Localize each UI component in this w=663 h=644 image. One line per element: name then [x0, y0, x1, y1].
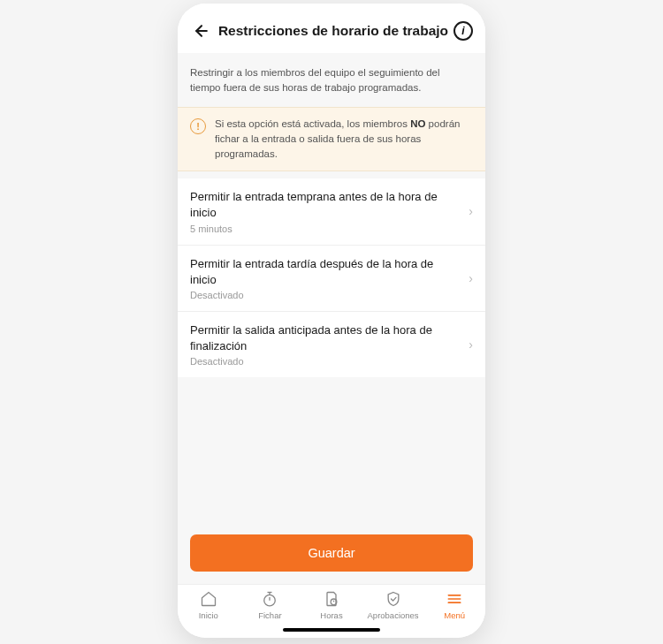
option-title: Permitir la entrada tardía después de la…	[190, 256, 461, 288]
warning-icon: !	[190, 118, 206, 134]
tab-label: Fichar	[258, 610, 281, 620]
option-early-clock-in[interactable]: Permitir la entrada temprana antes de la…	[178, 178, 485, 245]
option-title: Permitir la entrada temprana antes de la…	[190, 189, 461, 221]
warning-text: Si esta opción está activada, los miembr…	[215, 117, 473, 163]
option-subtitle: Desactivado	[190, 290, 461, 300]
document-clock-icon	[322, 590, 341, 608]
stopwatch-icon	[260, 590, 279, 608]
chevron-right-icon: ›	[469, 271, 473, 285]
tab-clock[interactable]: Fichar	[240, 590, 301, 620]
info-icon: i	[461, 25, 464, 37]
main-content: Restringir a los miembros del equipo el …	[178, 53, 485, 584]
info-button[interactable]: i	[453, 21, 473, 41]
option-subtitle: Desactivado	[190, 356, 461, 367]
warning-prefix: Si esta opción está activada, los miembr…	[215, 118, 410, 129]
home-indicator	[178, 622, 485, 638]
home-icon	[199, 590, 218, 608]
tab-home[interactable]: Inicio	[178, 590, 240, 620]
svg-point-1	[264, 595, 276, 606]
tab-label: Menú	[444, 610, 465, 620]
menu-icon	[445, 590, 464, 608]
tab-menu[interactable]: Menú	[423, 590, 485, 620]
chevron-right-icon: ›	[469, 337, 473, 352]
options-list: Permitir la entrada temprana antes de la…	[178, 178, 485, 377]
back-button[interactable]	[190, 19, 213, 42]
header: Restricciones de horario de trabajo i	[178, 4, 485, 53]
option-late-clock-in[interactable]: Permitir la entrada tardía después de la…	[178, 246, 485, 312]
tab-bar: Inicio Fichar Horas	[178, 584, 485, 622]
tab-label: Horas	[320, 610, 342, 620]
tab-label: Inicio	[199, 610, 218, 620]
description-text: Restringir a los miembros del equipo el …	[178, 53, 485, 107]
warning-banner: ! Si esta opción está activada, los miem…	[178, 107, 485, 172]
option-title: Permitir la salida anticipada antes de l…	[190, 322, 461, 354]
tab-approvals[interactable]: Aprobaciones	[362, 590, 424, 620]
save-button[interactable]: Guardar	[190, 534, 473, 572]
warning-bold: NO	[410, 118, 425, 129]
page-title: Restricciones de horario de trabajo	[218, 23, 448, 39]
shield-check-icon	[384, 590, 403, 608]
option-early-clock-out[interactable]: Permitir la salida anticipada antes de l…	[178, 312, 485, 377]
tab-hours[interactable]: Horas	[301, 590, 362, 620]
arrow-left-icon	[193, 22, 210, 40]
option-subtitle: 5 minutos	[190, 224, 461, 234]
tab-label: Aprobaciones	[368, 610, 419, 620]
chevron-right-icon: ›	[469, 204, 473, 218]
